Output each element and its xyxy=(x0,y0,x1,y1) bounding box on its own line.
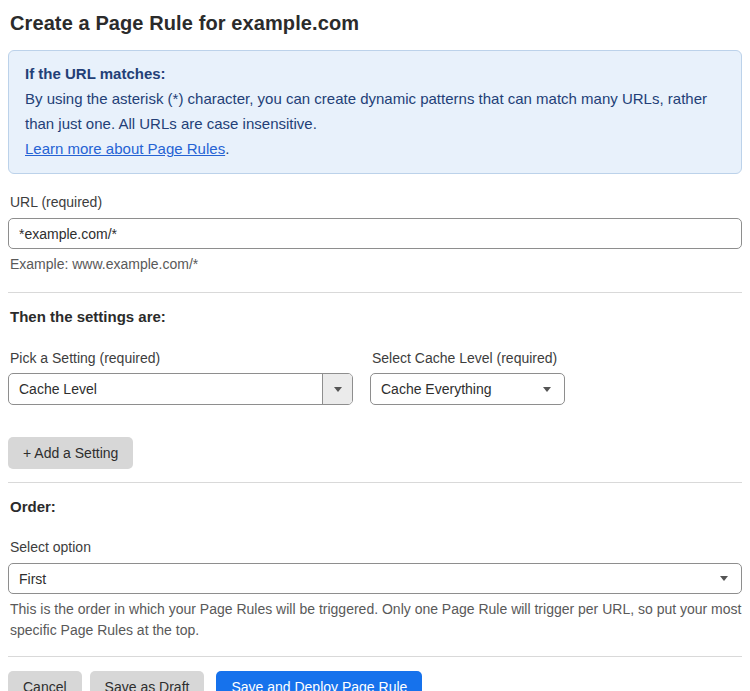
chevron-down-icon xyxy=(543,387,551,392)
order-select-value: First xyxy=(9,571,707,587)
url-input[interactable] xyxy=(8,218,742,249)
chevron-down-icon xyxy=(334,387,342,392)
cancel-button[interactable]: Cancel xyxy=(8,671,82,691)
order-select[interactable]: First xyxy=(8,563,742,594)
actions-row: Cancel Save as Draft Save and Deploy Pag… xyxy=(8,671,742,691)
info-box-heading: If the URL matches: xyxy=(25,61,725,86)
settings-row: Pick a Setting (required) Cache Level Se… xyxy=(8,350,742,405)
setting-picker-select[interactable]: Cache Level xyxy=(8,373,353,405)
info-box-link-line: Learn more about Page Rules. xyxy=(25,136,725,161)
divider xyxy=(8,656,742,657)
cache-level-label: Select Cache Level (required) xyxy=(370,350,565,366)
save-and-deploy-button[interactable]: Save and Deploy Page Rule xyxy=(216,671,422,691)
chevron-down-icon xyxy=(720,576,728,581)
settings-section-heading: Then the settings are: xyxy=(8,308,742,325)
page-title: Create a Page Rule for example.com xyxy=(8,12,742,35)
save-as-draft-button[interactable]: Save as Draft xyxy=(90,671,205,691)
learn-more-link[interactable]: Learn more about Page Rules xyxy=(25,140,225,157)
order-helper-text: This is the order in which your Page Rul… xyxy=(8,599,742,641)
caret-wrap xyxy=(707,564,741,593)
url-match-info-box: If the URL matches: By using the asteris… xyxy=(8,50,742,174)
url-field-label: URL (required) xyxy=(8,194,742,210)
page-rule-form: Create a Page Rule for example.com If th… xyxy=(0,0,750,691)
setting-picker-label: Pick a Setting (required) xyxy=(8,350,353,366)
info-box-body: By using the asterisk (*) character, you… xyxy=(25,86,725,136)
order-section-heading: Order: xyxy=(8,498,742,515)
setting-picker-group: Pick a Setting (required) Cache Level xyxy=(8,350,353,405)
add-setting-button[interactable]: + Add a Setting xyxy=(8,437,133,469)
setting-picker-value: Cache Level xyxy=(9,381,322,397)
url-example-helper: Example: www.example.com/* xyxy=(8,254,742,275)
divider xyxy=(8,482,742,483)
setting-picker-arrow-button[interactable] xyxy=(322,374,352,404)
divider xyxy=(8,292,742,293)
cache-level-group: Select Cache Level (required) Cache Ever… xyxy=(370,350,565,405)
cache-level-value: Cache Everything xyxy=(371,381,530,397)
order-select-label: Select option xyxy=(8,539,742,555)
cache-level-select[interactable]: Cache Everything xyxy=(370,373,565,405)
caret-wrap xyxy=(530,374,564,404)
link-suffix: . xyxy=(225,140,229,157)
